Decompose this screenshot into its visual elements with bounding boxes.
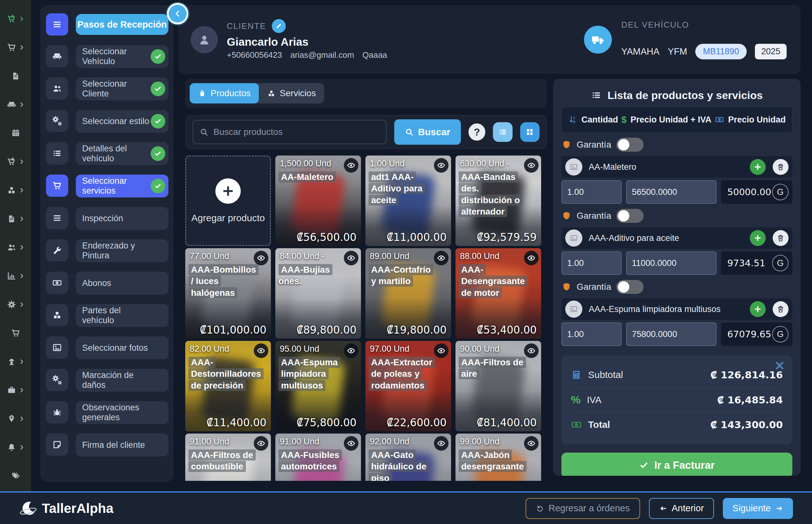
list-view-button[interactable]	[493, 122, 512, 142]
add-product-card[interactable]: Agregar producto	[185, 155, 271, 246]
rail-item-bell-15[interactable]	[0, 433, 31, 461]
product-card-3[interactable]: 77.00 UndAAA-Bombillos / luces halógenas…	[185, 248, 271, 339]
step-icon-car-0[interactable]	[46, 45, 68, 67]
product-card-8[interactable]: 95.00 UndAAA-Espuma limpiadora multiusos…	[275, 341, 361, 431]
step-icon-gears-2[interactable]	[46, 110, 68, 132]
product-card-0[interactable]: 1,500.00 UndAA-Maletero₡56,500.00	[275, 155, 361, 246]
view-product-button[interactable]	[254, 343, 268, 358]
item-price-iva-input[interactable]	[626, 323, 716, 346]
view-product-button[interactable]	[524, 251, 539, 265]
step-icon-money-7[interactable]	[46, 272, 68, 294]
collapse-sidebar-button[interactable]	[167, 3, 188, 24]
view-product-button[interactable]	[434, 436, 449, 451]
product-card-9[interactable]: 97.00 UndAAA-Extractor de poleas y rodam…	[366, 341, 451, 431]
product-card-13[interactable]: 92.00 UndAAA-Gato hidráulico de piso	[366, 433, 451, 481]
product-card-1[interactable]: 1.00 Undadt1 AAA-Aditivo para aceite₡11,…	[366, 155, 451, 246]
rail-item-briefcase-13[interactable]	[0, 376, 31, 404]
delete-item-button[interactable]	[773, 301, 789, 317]
rail-item-file-7[interactable]	[0, 204, 31, 233]
rail-item-car-3[interactable]	[0, 90, 31, 119]
next-button[interactable]: Siguiente	[723, 498, 793, 519]
product-card-4[interactable]: 84.00 Und -AAA-Bujías ones.₡89,800.00	[275, 248, 361, 339]
product-card-11[interactable]: 91.00 UndAAA-Filtros de combustible	[185, 433, 271, 481]
product-card-2[interactable]: 630.00 Und -AAA-Bandas des. distribución…	[456, 155, 541, 246]
item-qty-input[interactable]	[561, 323, 622, 346]
step-item-9[interactable]: Seleccionar fotos	[76, 337, 168, 359]
increase-item-button[interactable]	[750, 230, 766, 246]
view-product-button[interactable]	[344, 343, 358, 358]
rail-item-cartplus-0[interactable]	[0, 4, 31, 33]
return-to-orders-button[interactable]: Regresar a órdenes	[526, 498, 640, 519]
step-item-3[interactable]: Detalles del vehículo	[76, 142, 168, 165]
view-product-button[interactable]	[524, 158, 539, 173]
product-card-12[interactable]: 91.00 UndAAA-Fusibles automotrices	[275, 433, 361, 481]
product-card-6[interactable]: 88.00 UndAAA-Desengrasante de motor₡53,4…	[456, 248, 541, 339]
step-item-2[interactable]: Seleccionar estilo	[76, 110, 168, 133]
step-icon-users-1[interactable]	[46, 78, 68, 100]
increase-item-button[interactable]	[750, 159, 766, 175]
tab-servicios[interactable]: Servicios	[259, 83, 324, 103]
step-icon-cart-4[interactable]	[46, 175, 68, 197]
invoice-button[interactable]: Ir a Facturar	[561, 453, 792, 476]
view-product-button[interactable]	[524, 436, 539, 451]
item-price-iva-input[interactable]	[626, 251, 716, 275]
step-item-7[interactable]: Abonos	[76, 272, 168, 295]
rail-item-spy-12[interactable]	[0, 347, 31, 376]
view-product-button[interactable]	[524, 343, 539, 358]
warranty-toggle[interactable]	[616, 138, 644, 152]
view-product-button[interactable]	[254, 251, 268, 265]
view-product-button[interactable]	[434, 343, 449, 358]
search-input[interactable]	[214, 127, 380, 137]
rail-item-pin-14[interactable]	[0, 404, 31, 433]
product-card-10[interactable]: 90.00 UndAAA-Filtros de aire₡81,400.00	[456, 341, 541, 431]
step-icon-bug-11[interactable]	[46, 401, 68, 423]
warranty-toggle[interactable]	[616, 209, 644, 223]
view-product-button[interactable]	[344, 251, 358, 265]
previous-button[interactable]: Anterior	[649, 498, 714, 519]
item-qty-input[interactable]	[561, 251, 622, 275]
step-item-10[interactable]: Marcación de daños	[76, 369, 168, 392]
steps-menu-button[interactable]	[46, 13, 68, 35]
step-icon-image-9[interactable]	[46, 337, 68, 359]
warranty-toggle[interactable]	[616, 280, 644, 294]
edit-client-button[interactable]	[272, 19, 286, 33]
step-item-5[interactable]: Inspección	[76, 207, 168, 230]
product-card-14[interactable]: 99.00 UndAAA-Jabón desengrasante	[456, 433, 541, 481]
rail-item-chart-9[interactable]	[0, 262, 31, 290]
item-price-iva-input[interactable]	[626, 180, 716, 204]
rail-item-tags-16[interactable]	[0, 461, 31, 490]
close-icon[interactable]	[774, 360, 785, 371]
delete-item-button[interactable]	[773, 230, 789, 246]
view-product-button[interactable]	[434, 158, 449, 173]
step-icon-cubes-8[interactable]	[46, 304, 68, 326]
view-product-button[interactable]	[344, 436, 358, 451]
step-item-11[interactable]: Observaciones generales	[76, 401, 168, 424]
step-item-0[interactable]: Seleccionar Vehículo	[76, 45, 168, 68]
rail-item-file-2[interactable]	[0, 62, 31, 90]
step-item-4[interactable]: Seleccionar servicios	[76, 175, 168, 197]
step-icon-note-12[interactable]	[46, 433, 68, 456]
step-icon-list-3[interactable]	[46, 142, 68, 164]
step-item-8[interactable]: Partes del vehículo	[76, 304, 168, 327]
view-product-button[interactable]	[254, 436, 268, 451]
step-icon-wrench-6[interactable]	[46, 239, 68, 262]
rail-item-gear-10[interactable]	[0, 290, 31, 318]
delete-item-button[interactable]	[773, 159, 789, 175]
help-button[interactable]: ?	[469, 124, 485, 141]
step-item-6[interactable]: Enderezado y Pintura	[76, 239, 168, 262]
rail-item-cartplus-5[interactable]	[0, 147, 31, 176]
product-card-7[interactable]: 82.00 UndAAA-Destornilladores de precisi…	[185, 341, 271, 431]
view-product-button[interactable]	[344, 158, 358, 173]
rail-item-calendar-4[interactable]	[0, 119, 31, 147]
step-item-12[interactable]: Firma del cliente	[76, 433, 168, 456]
view-product-button[interactable]	[434, 251, 449, 265]
step-item-1[interactable]: Seleccionar Cliente	[76, 78, 168, 100]
rail-item-cubes-6[interactable]	[0, 176, 31, 204]
step-icon-gears-10[interactable]	[46, 369, 68, 391]
product-card-5[interactable]: 89.00 UndAAA-Cortafrío y martillo₡19,800…	[366, 248, 451, 339]
rail-item-users-8[interactable]	[0, 233, 31, 262]
item-qty-input[interactable]	[561, 180, 622, 204]
rail-item-cart-1[interactable]	[0, 33, 31, 62]
increase-item-button[interactable]	[750, 301, 766, 317]
tab-productos[interactable]: Productos	[190, 83, 259, 103]
